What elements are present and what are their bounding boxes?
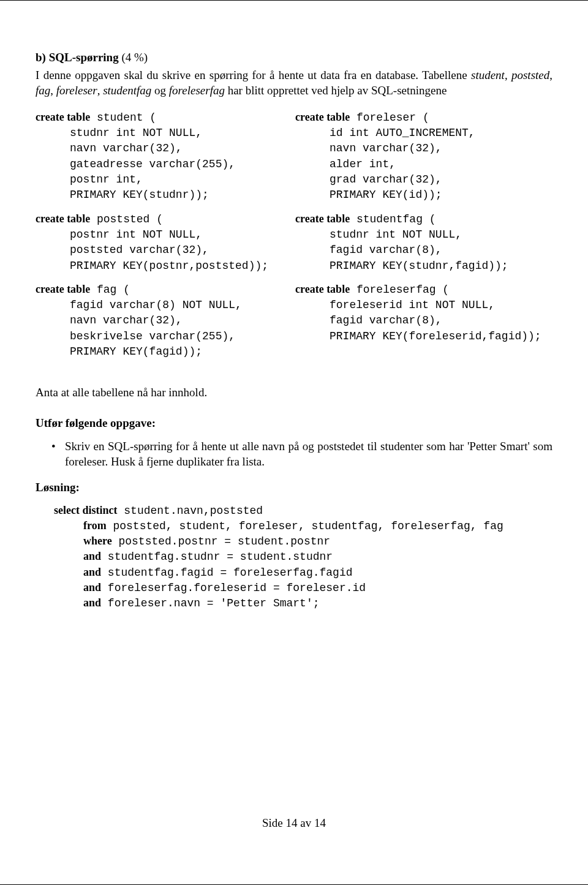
- table-name-0: student: [471, 69, 505, 81]
- code-block-foreleserfag: create table foreleserfag ( foreleserid …: [295, 282, 552, 344]
- code-line: grad varchar(32),: [330, 173, 442, 186]
- table-name-4: studentfag: [103, 84, 151, 97]
- kw-and: and: [83, 581, 101, 593]
- code-line: fagid varchar(8) NOT NULL,: [70, 299, 242, 311]
- sep-og: og: [151, 84, 169, 97]
- code-line: PRIMARY KEY(postnr,poststed));: [70, 260, 268, 272]
- sql-and: studentfag.fagid = foreleserfag.fagid: [101, 567, 352, 579]
- sql-and: foreleser.navn = 'Petter Smart';: [101, 597, 319, 609]
- sql-where: poststed.postnr = student.postnr: [112, 535, 330, 548]
- heading-weight: (4 %): [121, 51, 148, 64]
- assume-paragraph: Anta at alle tabellene nå har innhold.: [36, 385, 552, 401]
- sep: ,: [549, 69, 552, 81]
- kw-and: and: [83, 566, 101, 578]
- code-line: studnr int NOT NULL,: [330, 228, 462, 241]
- task-bullet: Skriv en SQL-spørring for å hente ut all…: [65, 439, 552, 470]
- kw-create-table: create table: [36, 111, 90, 123]
- kw-where: where: [83, 535, 112, 547]
- table-name-1: poststed: [511, 69, 549, 81]
- solution-heading: Løsning:: [36, 480, 552, 495]
- sql-from: poststed, student, foreleser, studentfag…: [107, 520, 503, 532]
- solution-code: select distinct student.navn,poststed fr…: [54, 503, 552, 611]
- kw-select-distinct: select distinct: [54, 504, 117, 516]
- code-line: id int AUTO_INCREMENT,: [330, 127, 475, 139]
- kw-from: from: [83, 519, 107, 532]
- code-line: gateadresse varchar(255),: [70, 158, 235, 170]
- code-head: foreleserfag (: [350, 284, 449, 296]
- table-name-2: fag: [36, 84, 50, 97]
- intro-paragraph: I denne oppgaven skal du skrive en spørr…: [36, 67, 552, 99]
- code-line: PRIMARY KEY(foreleserid,fagid));: [330, 330, 541, 342]
- code-line: PRIMARY KEY(id));: [330, 189, 442, 201]
- sep: ,: [97, 84, 104, 97]
- code-line: poststed varchar(32),: [70, 244, 209, 256]
- kw-create-table: create table: [36, 213, 90, 225]
- code-line: PRIMARY KEY(studnr));: [70, 189, 209, 201]
- code-line: fagid varchar(8),: [330, 314, 442, 326]
- code-line: navn varchar(32),: [70, 142, 183, 154]
- code-line: alder int,: [330, 158, 396, 170]
- code-line: postnr int NOT NULL,: [70, 228, 202, 241]
- code-block-studentfag: create table studentfag ( studnr int NOT…: [295, 211, 552, 273]
- top-spacer: [36, 31, 552, 50]
- sql-and: studentfag.studnr = student.studnr: [101, 551, 333, 563]
- code-line: navn varchar(32),: [70, 314, 183, 326]
- code-block-fag: create table fag ( fagid varchar(8) NOT …: [36, 282, 293, 359]
- heading-label: b) SQL-spørring: [36, 51, 119, 64]
- table-name-5: foreleserfag: [169, 84, 225, 97]
- task-heading: Utfør følgende oppgave:: [36, 415, 552, 431]
- intro-pre: I denne oppgaven skal du skrive en spørr…: [36, 69, 471, 81]
- code-columns: create table student ( studnr int NOT NU…: [36, 110, 552, 367]
- kw-and: and: [83, 550, 101, 562]
- code-head: fag (: [90, 284, 130, 296]
- task-list: Skriv en SQL-spørring for å hente ut all…: [36, 439, 552, 470]
- code-head: foreleser (: [350, 111, 429, 124]
- code-head: studentfag (: [350, 213, 435, 225]
- code-line: foreleserid int NOT NULL,: [330, 299, 495, 311]
- code-column-right: create table foreleser ( id int AUTO_INC…: [295, 110, 552, 367]
- page: b) SQL-spørring (4 %) I denne oppgaven s…: [0, 0, 588, 885]
- table-name-3: foreleser: [56, 84, 97, 97]
- code-line: postnr int,: [70, 173, 143, 186]
- kw-create-table: create table: [295, 111, 350, 123]
- kw-and: and: [83, 597, 101, 609]
- code-head: poststed (: [90, 213, 163, 225]
- sep: ,: [50, 84, 56, 97]
- code-block-student: create table student ( studnr int NOT NU…: [36, 110, 293, 203]
- section-heading: b) SQL-spørring (4 %): [36, 50, 552, 66]
- intro-post: har blitt opprettet ved hjelp av SQL-set…: [225, 84, 447, 97]
- code-line: PRIMARY KEY(fagid));: [70, 345, 202, 358]
- code-block-poststed: create table poststed ( postnr int NOT N…: [36, 211, 293, 273]
- kw-create-table: create table: [36, 283, 90, 295]
- code-head: student (: [90, 111, 156, 124]
- code-line: beskrivelse varchar(255),: [70, 330, 235, 342]
- code-line: fagid varchar(8),: [330, 244, 442, 256]
- code-line: PRIMARY KEY(studnr,fagid));: [330, 260, 508, 272]
- kw-create-table: create table: [295, 283, 350, 295]
- page-number: Side 14 av 14: [0, 816, 588, 830]
- sql-head: student.navn,poststed: [117, 505, 263, 517]
- sep: ,: [505, 69, 511, 81]
- code-line: studnr int NOT NULL,: [70, 127, 202, 139]
- code-column-left: create table student ( studnr int NOT NU…: [36, 110, 293, 367]
- sql-and: foreleserfag.foreleserid = foreleser.id: [101, 582, 366, 594]
- kw-create-table: create table: [295, 213, 350, 225]
- code-block-foreleser: create table foreleser ( id int AUTO_INC…: [295, 110, 552, 203]
- code-line: navn varchar(32),: [330, 142, 442, 154]
